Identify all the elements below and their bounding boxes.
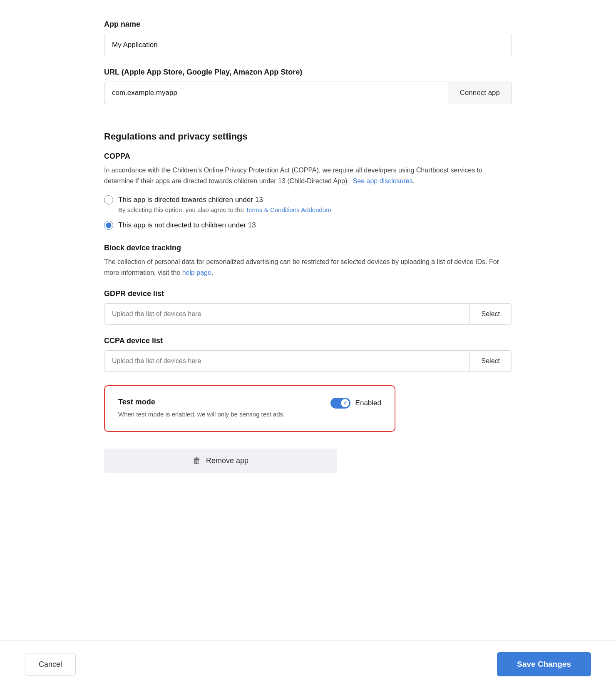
coppa-desc-text: In accordance with the Children's Online…: [104, 167, 482, 184]
test-mode-toggle[interactable]: ✓: [330, 398, 350, 409]
coppa-option-under-13[interactable]: This app is directed towards children un…: [104, 194, 512, 213]
gdpr-device-list-section: GDPR device list Select: [104, 289, 512, 325]
coppa-radio-under-13[interactable]: [104, 195, 113, 204]
block-tracking-desc-text: The collection of personal data for pers…: [104, 258, 499, 276]
ccpa-device-input[interactable]: [104, 350, 469, 372]
app-name-label: App name: [104, 20, 512, 29]
coppa-option1-label: This app is directed towards children un…: [118, 194, 331, 205]
url-input[interactable]: [104, 82, 448, 104]
test-mode-enabled-label: Enabled: [355, 399, 381, 407]
coppa-desc-period: .: [413, 177, 415, 184]
block-tracking-section: Block device tracking The collection of …: [104, 244, 512, 278]
ccpa-select-button[interactable]: Select: [469, 350, 512, 372]
section-divider: [104, 116, 512, 116]
block-tracking-desc-end: .: [211, 269, 213, 276]
app-name-input[interactable]: [104, 34, 512, 56]
coppa-option-not-under-13[interactable]: This app is not directed to children und…: [104, 220, 512, 231]
toggle-track: ✓: [330, 398, 350, 409]
terms-conditions-link[interactable]: Terms & Conditions Addendum: [246, 206, 331, 213]
cancel-button[interactable]: Cancel: [25, 653, 76, 676]
block-tracking-description: The collection of personal data for pers…: [104, 257, 512, 278]
remove-app-button[interactable]: 🗑 Remove app: [104, 449, 337, 473]
regulations-section-title: Regulations and privacy settings: [104, 131, 512, 142]
gdpr-device-input[interactable]: [104, 303, 469, 325]
gdpr-input-row: Select: [104, 303, 512, 325]
block-tracking-title: Block device tracking: [104, 244, 512, 252]
toggle-check-icon: ✓: [343, 400, 347, 406]
test-mode-text-group: Test mode When test mode is enabled, we …: [118, 398, 314, 419]
remove-app-label: Remove app: [206, 456, 248, 465]
coppa-option2-labels: This app is not directed to children und…: [118, 220, 256, 231]
test-mode-description: When test mode is enabled, we will only …: [118, 410, 314, 419]
coppa-sub-text: By selecting this option, you also agree…: [118, 206, 246, 213]
coppa-option2-label1: This app is: [118, 221, 154, 229]
ccpa-label: CCPA device list: [104, 337, 512, 345]
connect-app-button[interactable]: Connect app: [448, 82, 512, 104]
coppa-description: In accordance with the Children's Online…: [104, 165, 512, 186]
coppa-title: COPPA: [104, 152, 512, 161]
save-changes-button[interactable]: Save Changes: [497, 652, 591, 676]
footer-bar: Cancel Save Changes: [0, 640, 616, 688]
test-mode-toggle-group: ✓ Enabled: [330, 398, 381, 409]
ccpa-input-row: Select: [104, 350, 512, 372]
test-mode-box: Test mode When test mode is enabled, we …: [104, 385, 395, 432]
test-mode-title: Test mode: [118, 398, 314, 406]
coppa-radio-not-under-13[interactable]: [104, 221, 113, 230]
coppa-option1-sublabel: By selecting this option, you also agree…: [118, 206, 331, 213]
trash-icon: 🗑: [193, 456, 201, 466]
url-row: Connect app: [104, 82, 512, 104]
coppa-radio-group: This app is directed towards children un…: [104, 194, 512, 230]
help-page-link[interactable]: help page: [182, 269, 211, 276]
coppa-option1-labels: This app is directed towards children un…: [118, 194, 331, 213]
see-app-disclosures-link[interactable]: See app disclosures: [353, 177, 413, 184]
coppa-option2-not-text: not: [154, 221, 164, 229]
ccpa-device-list-section: CCPA device list Select: [104, 337, 512, 372]
coppa-option2-label2: directed to children under 13: [164, 221, 256, 229]
coppa-option2-label: This app is not directed to children und…: [118, 220, 256, 231]
url-label: URL (Apple App Store, Google Play, Amazo…: [104, 68, 512, 77]
gdpr-select-button[interactable]: Select: [469, 303, 512, 325]
toggle-thumb: ✓: [341, 399, 349, 407]
gdpr-label: GDPR device list: [104, 289, 512, 298]
